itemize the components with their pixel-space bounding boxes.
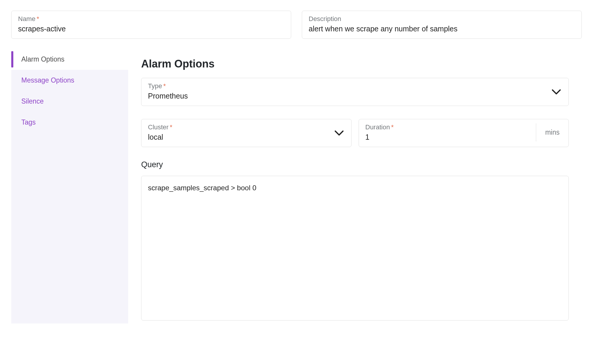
- type-select[interactable]: Type* Prometheus: [141, 78, 569, 106]
- duration-unit: mins: [545, 128, 560, 136]
- cluster-duration-row: Cluster* local Duration* mins: [141, 119, 569, 147]
- content-area: Alarm Options Type* Prometheus Cluster* …: [128, 49, 582, 323]
- main-panel: Alarm Options Message Options Silence Ta…: [11, 49, 582, 323]
- required-icon: *: [170, 123, 173, 131]
- chevron-down-icon: [335, 131, 344, 136]
- header-row: Name* Description: [11, 11, 582, 39]
- name-label: Name*: [18, 15, 284, 23]
- tab-tags[interactable]: Tags: [11, 112, 128, 133]
- tab-alarm-options[interactable]: Alarm Options: [11, 49, 128, 70]
- type-value: Prometheus: [148, 92, 562, 100]
- tab-silence[interactable]: Silence: [11, 91, 128, 112]
- duration-field[interactable]: Duration* mins: [359, 119, 569, 147]
- query-box: [141, 176, 569, 320]
- description-label: Description: [309, 15, 575, 23]
- type-label: Type*: [148, 82, 562, 90]
- name-field[interactable]: Name*: [11, 11, 291, 39]
- page-title: Alarm Options: [141, 58, 569, 70]
- cluster-label: Cluster*: [148, 123, 345, 131]
- query-label: Query: [141, 160, 569, 169]
- required-icon: *: [163, 82, 166, 90]
- description-field[interactable]: Description: [302, 11, 582, 39]
- duration-input[interactable]: [365, 133, 533, 141]
- cluster-select[interactable]: Cluster* local: [141, 119, 352, 147]
- chevron-down-icon: [552, 89, 561, 95]
- duration-label: Duration*: [365, 123, 533, 131]
- required-icon: *: [37, 15, 39, 22]
- query-textarea[interactable]: [141, 176, 568, 319]
- description-input[interactable]: [309, 25, 575, 33]
- tab-message-options[interactable]: Message Options: [11, 70, 128, 91]
- duration-unit-wrap: mins: [536, 123, 562, 141]
- cluster-value: local: [148, 133, 345, 141]
- required-icon: *: [391, 123, 394, 131]
- name-input[interactable]: [18, 25, 284, 33]
- sidebar: Alarm Options Message Options Silence Ta…: [11, 49, 128, 323]
